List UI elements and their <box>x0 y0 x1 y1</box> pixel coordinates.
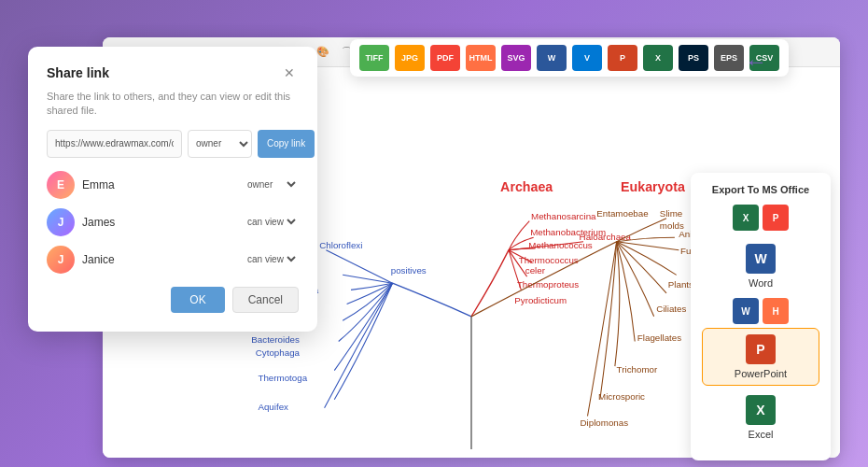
dialog-header: Share link ✕ <box>47 64 299 82</box>
format-ppt-btn[interactable]: P <box>608 45 637 71</box>
export-ppt-icon: P <box>746 334 776 364</box>
svg-text:Plants: Plants <box>668 279 693 290</box>
export-excel-label: Excel <box>749 429 774 440</box>
user-role-select-janice[interactable]: owner can view can edit <box>244 253 299 265</box>
svg-text:Eukaryota: Eukaryota <box>621 179 685 194</box>
svg-text:Trichomor: Trichomor <box>617 364 658 375</box>
user-row-emma: E Emma owner can view can edit <box>47 171 299 199</box>
copy-link-button[interactable]: Copy link <box>258 130 315 158</box>
svg-text:Thermococcus: Thermococcus <box>519 255 579 265</box>
arrow-pointer-icon: ← <box>745 49 767 75</box>
export-powerpoint-item[interactable]: P PowerPoint <box>702 328 819 386</box>
svg-text:Methanosarcina: Methanosarcina <box>531 211 596 221</box>
ok-button[interactable]: OK <box>171 287 224 313</box>
user-name-james: James <box>82 216 236 229</box>
link-input[interactable] <box>47 130 182 158</box>
svg-text:Bacteroides: Bacteroides <box>251 334 300 345</box>
user-row-janice: J Janice owner can view can edit <box>47 246 299 274</box>
export-html-small-icon: H <box>763 298 789 324</box>
dialog-subtitle: Share the link to others, and they can v… <box>47 90 299 119</box>
avatar-emma: E <box>47 171 75 199</box>
user-name-emma: Emma <box>82 178 236 191</box>
format-html-btn[interactable]: HTML <box>466 45 496 71</box>
svg-text:Microsporic: Microsporic <box>598 391 645 402</box>
link-row: owner can view can edit Copy link <box>47 130 299 158</box>
format-jpg-btn[interactable]: JPG <box>395 45 425 71</box>
dialog-close-button[interactable]: ✕ <box>280 64 299 82</box>
svg-text:Diplomonas: Diplomonas <box>581 417 629 428</box>
dialog-actions: OK Cancel <box>47 287 299 313</box>
svg-text:Flagellates: Flagellates <box>637 333 681 343</box>
format-toolbar: TIFF JPG PDF HTML SVG W V P X PS EPS CSV <box>350 39 789 77</box>
svg-text:positives: positives <box>391 265 427 276</box>
export-excel-icon: X <box>746 395 776 425</box>
avatar-janice: J <box>47 246 75 274</box>
svg-text:Archaea: Archaea <box>500 179 553 194</box>
svg-text:Aquifex: Aquifex <box>258 402 288 412</box>
svg-text:Thermotoga: Thermotoga <box>258 373 307 383</box>
svg-text:Entamoebae: Entamoebae <box>596 208 648 219</box>
export-word-item[interactable]: W Word <box>702 238 819 294</box>
user-role-select-james[interactable]: owner can view can edit <box>244 216 299 228</box>
format-visio-btn[interactable]: V <box>572 45 602 71</box>
format-excel-btn[interactable]: X <box>643 45 673 71</box>
format-pdf-btn[interactable]: PDF <box>430 45 460 71</box>
format-word-btn[interactable]: W <box>537 45 567 71</box>
export-word-label: Word <box>749 277 773 289</box>
export-excel-item[interactable]: X Excel <box>702 389 819 446</box>
export-word-small-icon: W <box>733 298 759 324</box>
svg-text:Ciliates: Ciliates <box>656 304 686 314</box>
share-dialog: Share link ✕ Share the link to others, a… <box>28 47 317 332</box>
export-small-excel-icon: X <box>733 205 759 231</box>
svg-text:Chloroflexi: Chloroflexi <box>319 240 362 250</box>
format-tiff-btn[interactable]: TIFF <box>359 45 389 71</box>
format-ps-btn[interactable]: PS <box>679 45 708 71</box>
svg-text:Cytophaga: Cytophaga <box>256 347 301 358</box>
format-eps-btn[interactable]: EPS <box>714 45 744 71</box>
user-row-james: J James owner can view can edit <box>47 208 299 236</box>
format-svg-btn[interactable]: SVG <box>501 45 531 71</box>
svg-text:Slime: Slime <box>660 208 682 219</box>
dialog-title: Share link <box>47 65 109 80</box>
svg-text:celer: celer <box>525 265 546 276</box>
avatar-james: J <box>47 208 75 236</box>
export-word-icon: W <box>746 244 776 274</box>
export-small-pdf-icon: P <box>763 205 789 231</box>
svg-text:Pyrodicticum: Pyrodicticum <box>514 295 567 305</box>
user-name-janice: Janice <box>82 253 236 266</box>
user-role-select-emma[interactable]: owner can view can edit <box>244 178 299 191</box>
cancel-button[interactable]: Cancel <box>232 287 299 313</box>
export-panel-title: Export To MS Office <box>702 184 819 195</box>
link-role-select[interactable]: owner can view can edit <box>188 130 252 158</box>
export-ppt-label: PowerPoint <box>735 368 787 379</box>
export-panel: Export To MS Office X P W Word W H P Pow… <box>691 173 831 460</box>
